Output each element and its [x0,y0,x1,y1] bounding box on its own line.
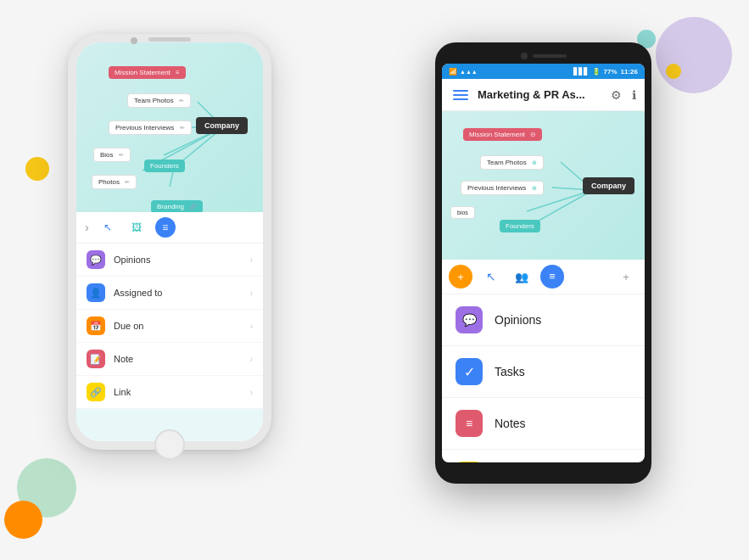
svg-rect-7 [453,90,468,92]
node-bios-android: bios [450,206,475,219]
assigned-chevron: › [250,288,253,298]
link-icon: 🔗 [90,387,102,398]
iphone-toolbar-chevron[interactable]: › [85,221,89,234]
android-menu-item-tasks[interactable]: ✓ Tasks [442,346,645,398]
android-status-bar: 📶 ▲▲▲ ▋▋▋ 🔋 77% 11:26 [442,64,645,79]
android-links-icon-box: 🔗 [456,462,483,462]
opinions-icon-box: 💬 [87,250,105,269]
due-icon: 📅 [90,321,102,332]
iphone-menu-item-due[interactable]: 📅 Due on › [76,310,263,343]
android-tasks-label: Tasks [495,365,525,378]
node-team-iphone: Team Photos ✏ [127,93,191,108]
note-icon-box: 📝 [87,350,105,368]
link-chevron: › [250,388,253,397]
iphone-toolbar-cursor-icon[interactable]: ↖ [98,217,118,238]
android-status-right: ▋▋▋ 🔋 77% 11:26 [573,68,638,76]
node-photos-iphone: Photos ✏ [92,175,137,189]
svg-rect-9 [453,98,468,100]
android-status-left: 📶 ▲▲▲ [449,68,478,76]
deco-circle-purple-top-right [656,17,732,93]
deco-circle-green-bottom [17,458,76,518]
android-toolbar-people-icon[interactable]: 👥 [510,265,534,288]
iphone-menu-item-assigned[interactable]: 👤 Assigned to › [76,277,263,310]
note-label: Note [114,354,250,364]
android-menu-item-notes[interactable]: ≡ Notes [442,398,645,450]
android-device: 📶 ▲▲▲ ▋▋▋ 🔋 77% 11:26 [435,42,651,484]
node-team-android: Team Photos ⊕ [480,155,544,170]
due-icon-box: 📅 [87,316,105,335]
android-toolbar-more-icon[interactable]: + [614,265,638,288]
assigned-icon: 👤 [90,288,102,299]
android-tasks-icon: ✓ [464,364,475,380]
android-toolbar: + ↖ 👥 ≡ + [442,260,645,294]
iphone-mindmap: Mission Statement ≡ Team Photos ✏ Previo… [76,42,263,212]
iphone-device: Mission Statement ≡ Team Photos ✏ Previo… [68,34,271,450]
node-bios-iphone: Bios ✏ [93,148,131,162]
node-prev-android: Previous Interviews ⊕ [461,181,544,195]
android-notes-icon-box: ≡ [456,410,483,437]
android-menu-item-links[interactable]: 🔗 Links [442,450,645,462]
node-company-android: Company [583,177,634,194]
android-toolbar-add-icon[interactable]: + [449,265,472,288]
clock: 11:26 [621,68,638,76]
node-branding-iphone: Branding 🔗 [151,200,203,212]
iphone-speaker [148,37,191,42]
iphone-menu-item-note[interactable]: 📝 Note › [76,343,263,376]
opinions-chevron: › [250,255,253,265]
android-menu-list: 💬 Opinions ✓ Tasks ≡ Notes [442,294,645,462]
battery-icon: 🔋 [592,68,601,76]
android-speaker [533,54,567,58]
android-top-bar [442,53,645,59]
assigned-icon-box: 👤 [87,283,105,302]
node-mission-android: Mission Statement ⊖ [463,128,542,141]
iphone-toolbar-list-icon[interactable]: ≡ [155,217,176,238]
note-icon: 📝 [90,354,102,365]
deco-circle-orange-bottom [4,501,42,539]
due-label: Due on [114,321,250,331]
android-menu-item-opinions[interactable]: 💬 Opinions [442,294,645,346]
iphone-menu-list: 💬 Opinions › 👤 Assigned to › [76,244,263,409]
iphone-bottom-panel: › ↖ 🖼 ≡ 💬 Opinions › [76,212,263,409]
assigned-label: Assigned to [114,288,250,298]
iphone-screen: Mission Statement ≡ Team Photos ✏ Previo… [76,42,263,441]
android-notes-icon: ≡ [466,417,472,430]
iphone-toolbar-image-icon[interactable]: 🖼 [126,217,147,238]
hamburger-icon [453,87,468,103]
opinions-label: Opinions [114,255,250,265]
android-menu-icon[interactable] [450,85,471,105]
note-chevron: › [250,355,253,364]
android-app-title: Marketing & PR As... [478,88,604,101]
android-toolbar-cursor-icon[interactable]: ↖ [479,265,503,288]
battery-percent: 77% [604,68,618,76]
android-toolbar-list-icon[interactable]: ≡ [540,265,564,288]
deco-circle-yellow-right [666,64,681,79]
scene: Mission Statement ≡ Team Photos ✏ Previo… [0,0,749,560]
signal-icon: ▲▲▲ [460,69,478,75]
link-icon-box: 🔗 [87,383,105,401]
android-tasks-icon-box: ✓ [456,358,483,385]
node-founders-android: Founders [500,220,540,232]
android-mindmap: Mission Statement ⊖ Team Photos ⊕ Previo… [442,111,645,260]
iphone-camera [131,37,137,44]
opinions-icon: 💬 [90,255,102,266]
due-chevron: › [250,322,253,331]
link-label: Link [114,387,250,397]
iphone-toolbar: › ↖ 🖼 ≡ [76,212,263,244]
wifi-icon: 📶 [449,68,457,76]
signal-bars: ▋▋▋ [573,68,589,76]
android-notes-label: Notes [495,417,526,430]
android-camera [521,53,528,59]
android-app-bar: Marketing & PR As... ⚙ ℹ [442,79,645,111]
node-prev-iphone: Previous Interviews ✏ [109,120,192,135]
iphone-menu-item-link[interactable]: 🔗 Link › [76,376,263,409]
android-opinions-icon: 💬 [462,313,477,327]
iphone-menu-item-opinions[interactable]: 💬 Opinions › [76,244,263,277]
svg-rect-8 [453,94,468,96]
info-icon[interactable]: ℹ [632,88,636,102]
node-mission-iphone: Mission Statement ≡ [109,66,186,79]
node-company-iphone: Company [196,117,248,134]
node-founders-iphone: Founders [144,160,185,172]
iphone-home-button[interactable] [154,429,185,460]
android-screen: 📶 ▲▲▲ ▋▋▋ 🔋 77% 11:26 [442,64,645,462]
settings-icon[interactable]: ⚙ [611,88,622,102]
